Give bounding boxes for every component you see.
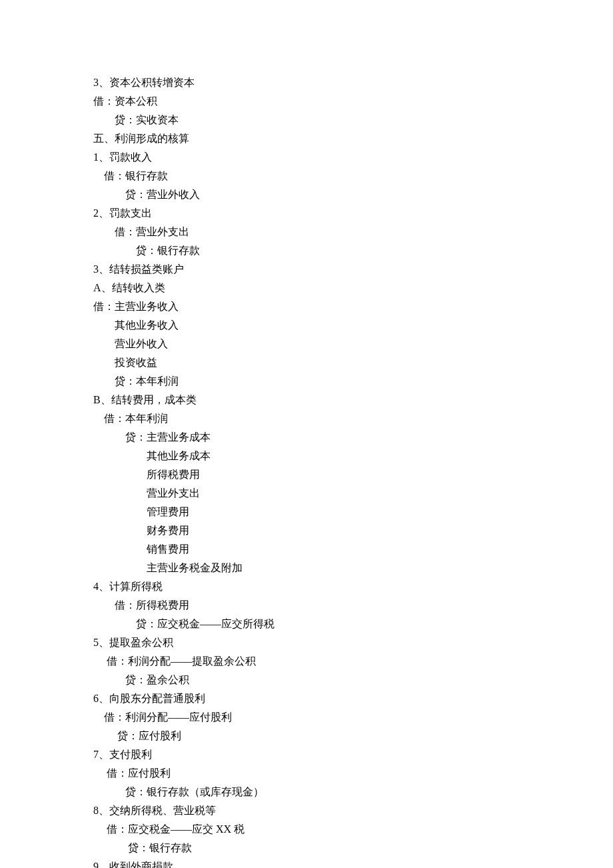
text-line: 管理费用 bbox=[93, 503, 520, 521]
text-line: 贷：银行存款 bbox=[93, 241, 520, 260]
document-body: 3、资本公积转增资本借：资本公积 贷：实收资本五、利润形成的核算1、罚款收入 借… bbox=[93, 73, 520, 868]
text-line: 贷：应交税金——应交所得税 bbox=[93, 615, 520, 633]
text-line: 贷：银行存款（或库存现金） bbox=[93, 783, 520, 801]
text-line: 贷：营业外收入 bbox=[93, 185, 520, 204]
text-line: 5、提取盈余公积 bbox=[93, 633, 520, 652]
text-line: 借：应交税金——应交 XX 税 bbox=[93, 820, 520, 839]
text-line: 所得税费用 bbox=[93, 465, 520, 484]
text-line: 8、交纳所得税、营业税等 bbox=[93, 801, 520, 820]
text-line: 2、罚款支出 bbox=[93, 204, 520, 223]
text-line: 借：营业外支出 bbox=[93, 223, 520, 241]
text-line: 1、罚款收入 bbox=[93, 148, 520, 167]
text-line: 借：银行存款 bbox=[93, 167, 520, 185]
text-line: 借：应付股利 bbox=[93, 764, 520, 783]
text-line: 借：所得税费用 bbox=[93, 596, 520, 615]
text-line: A、结转收入类 bbox=[93, 279, 520, 297]
text-line: 3、资本公积转增资本 bbox=[93, 73, 520, 92]
text-line: 其他业务收入 bbox=[93, 316, 520, 335]
text-line: 借：利润分配——提取盈余公积 bbox=[93, 652, 520, 671]
text-line: 3、结转损益类账户 bbox=[93, 260, 520, 279]
text-line: 营业外支出 bbox=[93, 484, 520, 503]
text-line: 其他业务成本 bbox=[93, 447, 520, 465]
text-line: 6、向股东分配普通股利 bbox=[93, 689, 520, 708]
text-line: 借：本年利润 bbox=[93, 409, 520, 428]
text-line: 贷：盈余公积 bbox=[93, 671, 520, 689]
text-line: 营业外收入 bbox=[93, 335, 520, 353]
text-line: B、结转费用，成本类 bbox=[93, 391, 520, 409]
document-page: 3、资本公积转增资本借：资本公积 贷：实收资本五、利润形成的核算1、罚款收入 借… bbox=[0, 0, 613, 868]
text-line: 五、利润形成的核算 bbox=[93, 129, 520, 148]
text-line: 贷：本年利润 bbox=[93, 372, 520, 391]
text-line: 贷：银行存款 bbox=[93, 839, 520, 857]
text-line: 财务费用 bbox=[93, 521, 520, 540]
text-line: 4、计算所得税 bbox=[93, 577, 520, 596]
text-line: 借：主营业务收入 bbox=[93, 297, 520, 316]
text-line: 9、收到外商捐款 bbox=[93, 857, 520, 868]
text-line: 贷：主营业务成本 bbox=[93, 428, 520, 447]
text-line: 借：利润分配——应付股利 bbox=[93, 708, 520, 727]
text-line: 贷：实收资本 bbox=[93, 111, 520, 129]
text-line: 销售费用 bbox=[93, 540, 520, 559]
text-line: 借：资本公积 bbox=[93, 92, 520, 111]
text-line: 7、支付股利 bbox=[93, 745, 520, 764]
text-line: 主营业务税金及附加 bbox=[93, 559, 520, 577]
text-line: 投资收益 bbox=[93, 353, 520, 372]
text-line: 贷：应付股利 bbox=[93, 727, 520, 745]
